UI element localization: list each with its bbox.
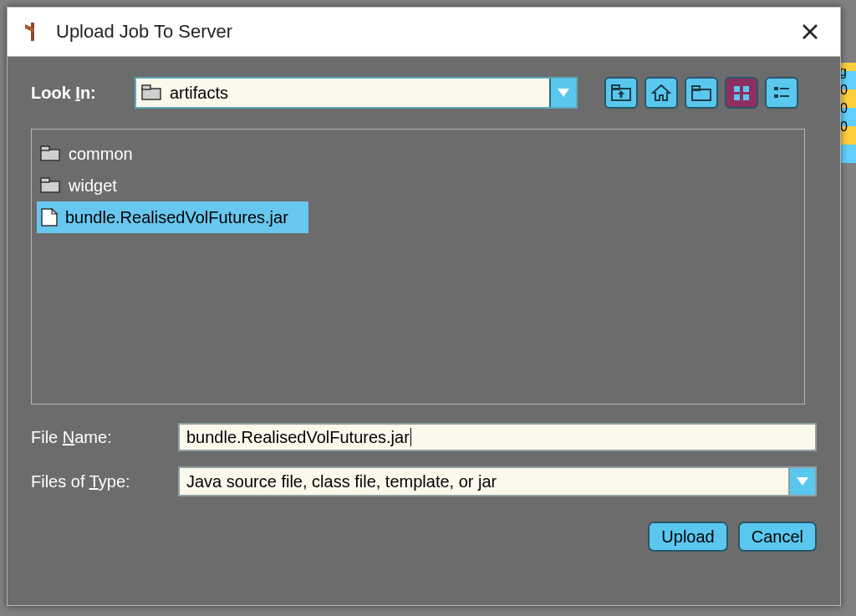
list-item-label: bundle.RealisedVolFutures.jar [65,208,288,227]
look-in-label: Look In: [31,84,123,103]
title-bar: Upload Job To Server [8,8,840,57]
new-folder-button[interactable] [685,77,718,109]
svg-rect-14 [743,86,749,92]
app-icon [21,20,44,43]
dialog-button-row: Upload Cancel [31,522,817,552]
svg-marker-27 [797,477,808,486]
look-in-value: artifacts [170,84,549,103]
home-button[interactable] [645,77,678,109]
svg-rect-12 [692,86,700,90]
list-view-icon [772,84,792,102]
svg-marker-9 [618,90,624,98]
home-icon [651,84,671,102]
file-type-row: Files of Type: Java source file, class f… [31,466,817,496]
folder-icon [40,177,62,194]
dialog-title: Upload Job To Server [56,21,793,43]
list-item[interactable]: bundle.RealisedVolFutures.jar [37,201,308,233]
up-one-level-icon [610,84,632,102]
svg-rect-20 [780,95,789,97]
file-type-value: Java source file, class file, template, … [180,468,788,495]
svg-rect-19 [774,94,778,98]
svg-rect-22 [41,146,49,150]
dropdown-arrow-icon[interactable] [549,79,576,107]
list-item[interactable]: common [37,138,177,170]
list-item-label: common [69,145,133,164]
look-in-dropdown[interactable]: artifacts [135,77,578,109]
file-type-label: Files of Type: [31,472,178,491]
svg-rect-24 [41,178,49,182]
upload-button[interactable]: Upload [648,522,727,552]
file-name-row: File Name: bundle.RealisedVolFutures.jar [31,423,817,451]
close-button[interactable] [793,15,827,48]
svg-rect-23 [41,181,59,192]
list-view-button[interactable] [765,77,798,109]
folder-icon [141,84,163,101]
svg-marker-10 [653,85,670,100]
folder-icon [40,145,62,162]
file-name-input[interactable]: bundle.RealisedVolFutures.jar [178,423,817,451]
svg-rect-21 [41,150,59,160]
text-cursor [410,428,411,446]
svg-rect-8 [612,85,619,89]
up-one-level-button[interactable] [604,77,638,109]
cancel-button[interactable]: Cancel [738,522,817,552]
file-name-value: bundle.RealisedVolFutures.jar [186,428,410,447]
svg-rect-17 [774,87,778,90]
list-item-label: widget [69,176,117,196]
file-type-dropdown[interactable]: Java source file, class file, template, … [178,466,817,496]
list-item[interactable]: widget [37,170,177,201]
grid-view-button[interactable] [725,77,758,109]
close-icon [801,23,819,41]
file-chooser-toolbar [604,77,798,109]
svg-rect-4 [142,89,160,99]
svg-rect-15 [734,94,740,100]
grid-view-icon [731,84,752,102]
svg-rect-18 [780,88,789,89]
file-name-label: File Name: [31,428,178,447]
svg-marker-26 [52,209,57,214]
svg-rect-13 [734,86,740,92]
svg-marker-6 [558,89,569,97]
file-list[interactable]: common widget bundle.Rea [31,129,805,405]
svg-rect-16 [743,94,749,100]
new-folder-icon [690,84,712,102]
file-icon [40,207,59,227]
upload-dialog: Upload Job To Server Look In: artifacts [7,7,841,606]
dropdown-arrow-icon[interactable] [788,468,815,495]
look-in-row: Look In: artifacts [31,77,817,109]
svg-rect-5 [142,85,150,89]
